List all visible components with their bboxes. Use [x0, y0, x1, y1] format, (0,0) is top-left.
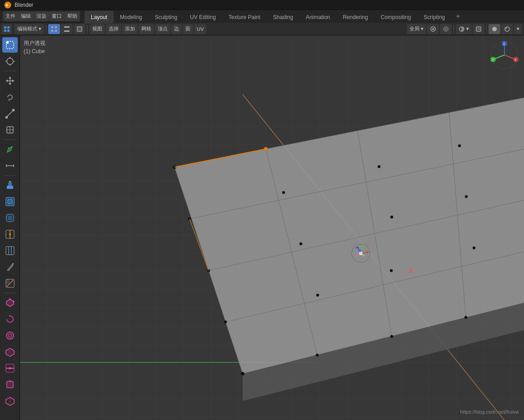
- svg-point-154: [316, 354, 319, 356]
- svg-marker-74: [6, 348, 14, 356]
- poly-build-tool-btn[interactable]: [2, 295, 18, 311]
- move-tool-btn[interactable]: [2, 73, 18, 89]
- proportional-edit-btn[interactable]: [440, 24, 452, 34]
- uv-menu-btn[interactable]: UV: [194, 24, 206, 34]
- shrink-fatten-tool-btn[interactable]: [2, 377, 18, 392]
- tab-scripting[interactable]: Scripting: [417, 11, 451, 24]
- knife-tool-btn[interactable]: [2, 259, 18, 275]
- menu-help[interactable]: 帮助: [65, 11, 80, 21]
- loop-cut-tool-btn[interactable]: [2, 227, 18, 242]
- edge-slide-tool-btn[interactable]: [2, 361, 18, 376]
- edit-mode-selector[interactable]: 编辑模式 ▾: [15, 24, 44, 34]
- toolbar-sep-1: [46, 25, 46, 33]
- viewport[interactable]: 用户透视 (1) Cube Z X: [20, 35, 524, 420]
- tab-sculpting[interactable]: Sculpting: [149, 11, 184, 24]
- svg-rect-13: [78, 27, 81, 31]
- add-menu-btn[interactable]: 添加: [122, 24, 138, 34]
- title-bar: B Blender: [0, 0, 524, 10]
- svg-text:Z: Z: [503, 42, 505, 45]
- snap-btn[interactable]: [427, 24, 439, 34]
- svg-marker-37: [12, 79, 14, 82]
- svg-point-70: [13, 301, 15, 302]
- svg-rect-8: [51, 30, 53, 32]
- rotate-tool-btn[interactable]: [2, 89, 18, 105]
- edge-slide-icon: [5, 363, 15, 373]
- svg-point-144: [299, 242, 302, 245]
- menu-edit[interactable]: 编辑: [18, 11, 34, 21]
- svg-point-151: [473, 247, 475, 249]
- viewport-object-name: (1) Cube: [24, 47, 45, 55]
- app-name: Blender: [15, 2, 33, 8]
- xray-btn[interactable]: [473, 24, 484, 34]
- tab-rendering[interactable]: Rendering: [336, 11, 374, 24]
- knife-icon: [5, 262, 15, 272]
- overlay-btn[interactable]: ▾: [456, 24, 472, 34]
- face-menu-btn[interactable]: 面: [183, 24, 193, 34]
- main-area: 用户透视 (1) Cube Z X: [0, 35, 524, 420]
- smooth-tool-btn[interactable]: [2, 328, 18, 343]
- scale-tool-btn[interactable]: [2, 106, 18, 121]
- tab-compositing[interactable]: Compositing: [374, 11, 418, 24]
- measure-icon: [5, 161, 15, 171]
- transform-tool-btn[interactable]: [2, 122, 18, 138]
- bevel-tool-btn[interactable]: [2, 210, 18, 226]
- face-mode-btn[interactable]: [74, 24, 85, 34]
- push-pull-tool-btn[interactable]: [2, 393, 18, 409]
- offset-edge-tool-btn[interactable]: [2, 243, 18, 258]
- viewport-shading-options-btn[interactable]: ▾: [514, 24, 522, 34]
- cursor-tool-btn[interactable]: [2, 54, 18, 69]
- svg-rect-67: [6, 279, 10, 284]
- svg-point-170: [357, 254, 359, 257]
- mode-icon: [3, 25, 10, 33]
- annotate-tool-btn[interactable]: [2, 142, 18, 157]
- viewport-shading-material-btn[interactable]: [501, 24, 513, 34]
- select-tool-btn[interactable]: [2, 37, 18, 53]
- vertex-mode-btn[interactable]: [48, 24, 60, 34]
- spin-tool-btn[interactable]: [2, 311, 18, 327]
- edge-mode-btn[interactable]: [61, 24, 73, 34]
- edge-menu-btn[interactable]: 边: [171, 24, 182, 34]
- global-transform-btn[interactable]: 全局 ▾: [407, 24, 426, 34]
- svg-point-22: [492, 27, 497, 31]
- tab-modeling[interactable]: Modeling: [114, 11, 149, 24]
- shrink-fatten-icon: [5, 380, 15, 390]
- svg-rect-26: [6, 41, 9, 44]
- viewport-shading-solid-btn[interactable]: [489, 24, 500, 34]
- cursor-icon: [5, 56, 15, 66]
- menu-file[interactable]: 文件: [3, 11, 18, 21]
- svg-rect-6: [51, 26, 53, 28]
- vertex-menu-btn[interactable]: 顶点: [155, 24, 170, 34]
- menu-window[interactable]: 窗口: [49, 11, 65, 21]
- svg-point-60: [9, 233, 11, 235]
- svg-text:Y: Y: [492, 58, 494, 61]
- svg-rect-42: [12, 109, 15, 111]
- tool-sep-4: [4, 293, 16, 293]
- svg-rect-21: [477, 28, 480, 30]
- tab-texture-paint[interactable]: Texture Paint: [222, 11, 267, 24]
- tab-uv-editing[interactable]: UV Editing: [184, 11, 222, 24]
- solid-shading-icon: [491, 26, 498, 32]
- mesh-menu-btn[interactable]: 网格: [139, 24, 154, 34]
- tab-shading[interactable]: Shading: [267, 11, 299, 24]
- extrude-tool-btn[interactable]: [2, 178, 18, 193]
- randomize-tool-btn[interactable]: [2, 344, 18, 360]
- bisect-icon: [5, 278, 15, 288]
- svg-marker-38: [8, 99, 10, 101]
- svg-rect-61: [6, 247, 14, 255]
- svg-marker-80: [9, 380, 11, 381]
- view-menu-btn[interactable]: 视图: [90, 24, 105, 34]
- header-toolbar: 编辑模式 ▾ 视图 选择 添加 网格 顶点 边 面 UV 全局 ▾: [0, 23, 524, 35]
- rotate-icon: [5, 92, 15, 102]
- mode-icon-btn[interactable]: [2, 24, 12, 34]
- edge-mode-icon: [64, 26, 70, 32]
- add-workspace-button[interactable]: +: [451, 10, 464, 23]
- tab-animation[interactable]: Animation: [299, 11, 336, 24]
- bisect-tool-btn[interactable]: [2, 276, 18, 291]
- tab-layout[interactable]: Layout: [85, 11, 114, 24]
- measure-tool-btn[interactable]: [2, 158, 18, 173]
- scale-icon: [5, 109, 15, 119]
- nav-gizmo[interactable]: Z X Y: [489, 39, 520, 71]
- select-menu-btn[interactable]: 选择: [106, 24, 121, 34]
- inset-tool-btn[interactable]: [2, 194, 18, 209]
- menu-render[interactable]: 渲染: [34, 11, 49, 21]
